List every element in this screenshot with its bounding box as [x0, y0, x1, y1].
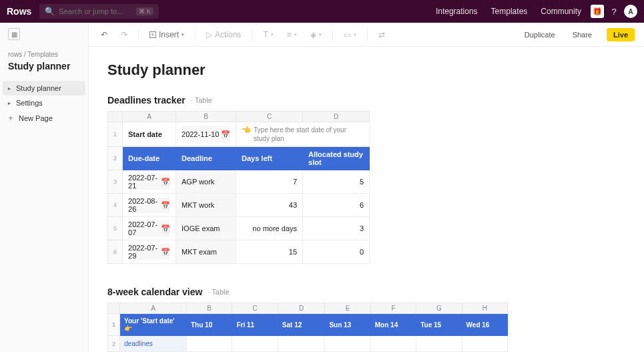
format-button[interactable]: ◈ ▾ — [308, 28, 324, 41]
calendar-table[interactable]: A B C D E F G H 1Your 'Start date' 👉Thu … — [107, 303, 508, 352]
calendar-icon: 📅 — [161, 201, 170, 210]
chevron-down-icon: ▾ — [182, 32, 184, 37]
sidebar-item-study-planner[interactable]: ▸ Study planner — [3, 81, 85, 96]
page-title: Study planner — [107, 61, 625, 79]
calendar-icon: 📅 — [161, 224, 170, 233]
logo[interactable]: Rows — [7, 6, 31, 17]
hint-cell: 👈Type here the start date of your study … — [236, 122, 370, 147]
breadcrumb: rows / Templates — [0, 44, 88, 58]
play-icon: ▷ — [206, 30, 212, 39]
gift-icon[interactable]: 🎁 — [591, 5, 604, 18]
nav-templates[interactable]: Templates — [491, 7, 528, 16]
avatar[interactable]: A — [624, 5, 637, 18]
nav-integrations[interactable]: Integrations — [436, 7, 478, 16]
chevron-right-icon: ▸ — [8, 100, 11, 106]
link-button[interactable]: ⇄ — [376, 28, 388, 41]
table-row[interactable]: 42022-08-26📅MKT work436 — [108, 194, 370, 217]
sidebar-item-label: Study planner — [16, 84, 61, 92]
sidebar-new-page[interactable]: + New Page — [0, 110, 88, 126]
nav-community[interactable]: Community — [541, 7, 581, 16]
toolbar: ↶ ↷ + Insert ▾ ▷ Actions T ▾ ≡ ▾ ◈ ▾ ▭ ▾… — [89, 23, 644, 47]
duplicate-button[interactable]: Duplicate — [525, 31, 555, 39]
chevron-right-icon: ▸ — [8, 85, 11, 92]
pointing-hand-icon: 👈 — [242, 126, 251, 134]
help-icon[interactable]: ? — [608, 5, 620, 17]
undo-button[interactable]: ↶ — [98, 28, 110, 41]
insert-button[interactable]: + Insert ▾ — [147, 28, 187, 41]
calendar-icon: 📅 — [161, 248, 170, 256]
text-format-button[interactable]: T ▾ — [260, 28, 276, 41]
search-box[interactable]: 🔍 ⌘ K — [39, 4, 159, 19]
calendar-icon: 📅 — [221, 130, 230, 139]
live-button[interactable]: Live — [607, 28, 635, 41]
table-row[interactable]: 62022-07-29📅MKT exam150 — [108, 240, 370, 264]
breadcrumb-templates[interactable]: Templates — [27, 51, 58, 58]
start-date-cell[interactable]: 2022-11-10📅 — [176, 122, 236, 147]
redo-button[interactable]: ↷ — [118, 28, 130, 41]
table-row[interactable]: 52022-07-07📅IOGE examno more days3 — [108, 217, 370, 240]
plus-box-icon: + — [149, 31, 156, 38]
sidebar-item-label: New Page — [19, 114, 53, 122]
table-row[interactable]: 32022-07-21📅AGP work75 — [108, 170, 370, 194]
content: Study planner Deadlines tracker · Table … — [89, 47, 644, 352]
start-date-label: Start date — [123, 122, 176, 147]
main-area: ↶ ↷ + Insert ▾ ▷ Actions T ▾ ≡ ▾ ◈ ▾ ▭ ▾… — [89, 23, 644, 352]
deadlines-table[interactable]: A B C D 1 Start date 2022-11-10📅 👈Type h… — [107, 111, 370, 264]
section-title-calendar: 8-week calendar view — [107, 287, 202, 297]
calendar-icon: 📅 — [161, 178, 170, 186]
layout-button[interactable]: ▭ ▾ — [341, 28, 359, 41]
search-shortcut: ⌘ K — [136, 7, 153, 15]
search-input[interactable] — [59, 7, 132, 15]
table-icon[interactable]: ▦ — [8, 28, 20, 40]
sidebar: ▦ rows / Templates Study planner ▸ Study… — [0, 23, 89, 352]
breadcrumb-root[interactable]: rows — [8, 51, 22, 58]
sidebar-item-label: Settings — [16, 99, 43, 107]
align-button[interactable]: ≡ ▾ — [284, 28, 300, 41]
search-icon: 🔍 — [45, 7, 55, 16]
share-button[interactable]: Share — [573, 31, 592, 39]
section-title-deadlines: Deadlines tracker — [107, 95, 186, 106]
sidebar-title: Study planner — [0, 58, 88, 81]
plus-icon: + — [8, 114, 13, 123]
actions-button[interactable]: ▷ Actions — [204, 28, 244, 41]
app-header: Rows 🔍 ⌘ K Integrations Templates Commun… — [0, 0, 644, 23]
sidebar-item-settings[interactable]: ▸ Settings — [0, 96, 88, 110]
